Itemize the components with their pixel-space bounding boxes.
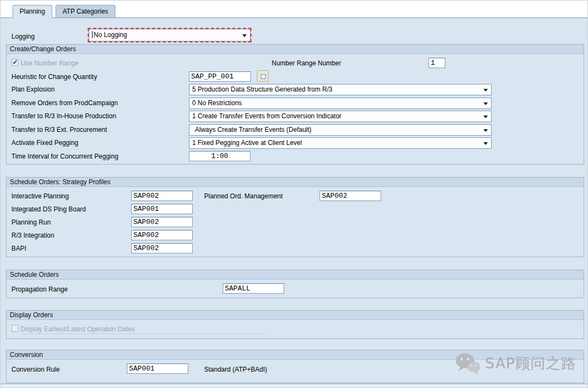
display-earliest-latest-label: Display Earliest/Latest Operation Dates [21, 325, 134, 333]
group-display-orders: Display Orders [6, 310, 584, 339]
time-interval-input[interactable] [189, 151, 250, 161]
planned-ord-management-input[interactable] [320, 191, 381, 201]
group-schedule-orders: Schedule Orders [6, 270, 584, 298]
watermark-text: SAP顾问之路 [485, 354, 576, 373]
time-interval-label: Time Interval for Concurrent Pegging [11, 153, 118, 160]
dropdown-arrow-icon [483, 142, 488, 145]
planning-run-label: Planning Run [11, 219, 51, 226]
plan-explosion-dropdown[interactable]: 5 Production Data Structure Generated fr… [189, 84, 492, 95]
number-range-number-input[interactable] [428, 58, 445, 68]
remove-orders-label: Remove Orders from ProdCampaign [11, 99, 118, 107]
planned-ord-management-label: Planned Ord. Management [204, 192, 283, 200]
r3-integration-input[interactable] [131, 230, 193, 240]
transfer-ext-dropdown[interactable]: Always Create Transfer Events (Default) [189, 124, 492, 136]
dropdown-arrow-icon [483, 102, 488, 105]
transfer-inhouse-value: 1 Create Transfer Events from Conversion… [192, 112, 341, 120]
group-title-display-orders: Display Orders [7, 311, 584, 320]
r3-integration-label: R/3 Integration [11, 232, 54, 239]
dropdown-arrow-icon [483, 116, 488, 118]
display-earliest-latest-checkbox [11, 325, 19, 332]
logging-dropdown[interactable]: No Logging [89, 29, 250, 41]
watermark: SAP顾问之路 [455, 352, 576, 375]
group-title-create-change-orders: Create/Change Orders [7, 45, 584, 54]
use-number-range-checkbox [11, 59, 19, 66]
conversion-standard-text: Standard (ATP+BAdI) [204, 366, 267, 373]
bapi-input[interactable] [131, 243, 193, 253]
tab-atp-categories[interactable]: ATP Categories [56, 5, 115, 17]
heuristic-detail-button[interactable] [257, 70, 268, 82]
bapi-label: BAPI [11, 245, 26, 252]
group-strategy-profiles: Schedule Orders: Strategy Profiles [6, 177, 584, 257]
propagation-range-label: Propagation Range [11, 286, 68, 293]
transfer-inhouse-dropdown[interactable]: 1 Create Transfer Events from Conversion… [189, 111, 492, 122]
remove-orders-value: 0 No Restrictions [192, 99, 242, 107]
integrated-ds-plng-board-input[interactable] [131, 204, 193, 214]
plan-explosion-value: 5 Production Data Structure Generated fr… [192, 86, 332, 93]
wechat-icon [455, 352, 481, 375]
transfer-ext-value: Always Create Transfer Events (Default) [195, 126, 311, 134]
dropdown-arrow-icon [242, 34, 247, 37]
dropdown-arrow-icon [483, 129, 488, 132]
sap-planning-screen: Planning ATP Categories Logging No Loggi… [0, 0, 588, 388]
integrated-ds-plng-board-label: Integrated DS Plng Board [11, 205, 86, 213]
bottom-strip [1, 384, 588, 388]
heuristic-input[interactable] [189, 71, 251, 82]
group-title-schedule-orders: Schedule Orders [7, 270, 584, 280]
activate-pegging-dropdown[interactable]: 1 Fixed Pegging Active at Client Level [189, 137, 492, 149]
tab-planning[interactable]: Planning [13, 5, 52, 18]
plan-explosion-label: Plan Explosion [11, 86, 54, 93]
propagation-range-input[interactable] [223, 283, 284, 294]
text-cursor [92, 31, 93, 38]
activate-pegging-value: 1 Fixed Pegging Active at Client Level [192, 139, 302, 147]
use-number-range-label: Use Number Range [21, 59, 78, 67]
interactive-planning-input[interactable] [131, 191, 193, 201]
transfer-inhouse-label: Transfer to R/3 In-House Production [11, 112, 116, 120]
activate-pegging-label: Activate Fixed Pegging [11, 139, 78, 147]
dropdown-arrow-icon [483, 89, 488, 92]
remove-orders-dropdown[interactable]: 0 No Restrictions [189, 98, 492, 109]
interactive-planning-label: Interactive Planning [11, 192, 69, 200]
disabled-field-underline [21, 334, 267, 334]
logging-value: No Logging [94, 31, 127, 39]
conversion-rule-label: Conversion Rule [11, 366, 60, 373]
logging-label: Logging [11, 33, 35, 40]
transfer-ext-label: Transfer to R/3 Ext. Procurement [11, 126, 107, 134]
planning-run-input[interactable] [131, 217, 193, 227]
heuristic-label: Heuristic for Change Quantity [11, 73, 97, 81]
conversion-rule-input[interactable] [127, 363, 188, 374]
tab-planning-label: Planning [20, 8, 45, 15]
group-title-strategy-profiles: Schedule Orders: Strategy Profiles [7, 178, 584, 187]
number-range-number-label: Number Range Number [272, 59, 341, 67]
tab-atp-categories-label: ATP Categories [63, 8, 108, 15]
